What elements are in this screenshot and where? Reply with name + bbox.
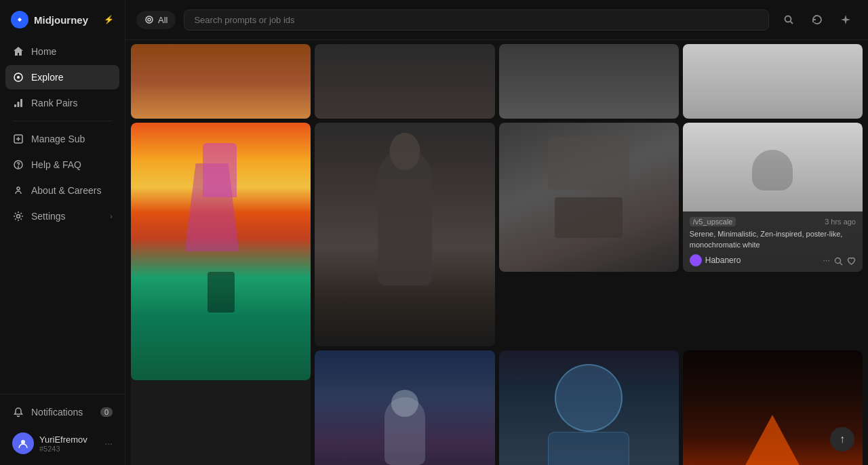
- item-info-card: /v5_upscale 3 hrs ago Serene, Minimalist…: [683, 211, 863, 272]
- filter-icon: [144, 15, 154, 24]
- info-actions: ···: [823, 255, 856, 265]
- filter-all-button[interactable]: All: [136, 11, 176, 29]
- svg-point-12: [146, 16, 153, 23]
- manage-sub-icon: [12, 133, 24, 145]
- app-name: Midjourney: [34, 14, 88, 26]
- sidebar-item-home[interactable]: Home: [5, 39, 119, 64]
- notifications-label: Notifications: [31, 407, 83, 418]
- svg-point-8: [18, 167, 19, 167]
- gallery-item-top1[interactable]: [131, 44, 311, 119]
- explore-icon: [12, 71, 24, 83]
- gallery-item-top3[interactable]: [499, 44, 679, 119]
- gallery-item-stone-face[interactable]: [499, 123, 679, 272]
- svg-point-11: [21, 440, 25, 444]
- sparkle-icon: [840, 14, 851, 25]
- sidebar-item-manage-sub[interactable]: Manage Sub: [5, 127, 119, 151]
- user-info: YuriEfremov #5243: [39, 434, 99, 453]
- sparkle-button[interactable]: [834, 8, 857, 31]
- sidebar-item-help-faq[interactable]: Help & FAQ: [5, 153, 119, 177]
- notifications-item[interactable]: Notifications 0: [5, 400, 119, 424]
- manage-sub-label: Manage Sub: [31, 134, 85, 144]
- info-command: /v5_upscale: [690, 217, 736, 226]
- sidebar-item-about-careers[interactable]: About & Careers: [5, 178, 119, 203]
- topbar: All: [125, 0, 868, 40]
- gallery-grid: /v5_upscale 3 hrs ago Serene, Minimalist…: [131, 44, 863, 465]
- user-profile[interactable]: YuriEfremov #5243 ···: [5, 427, 119, 460]
- info-time: 3 hrs ago: [825, 218, 856, 226]
- svg-point-9: [17, 187, 20, 190]
- avatar: [12, 432, 34, 454]
- gallery-container: /v5_upscale 3 hrs ago Serene, Minimalist…: [125, 40, 868, 465]
- search-button[interactable]: [777, 8, 800, 31]
- sidebar-item-rank-pairs[interactable]: Rank Pairs: [5, 91, 119, 115]
- help-icon: [12, 159, 24, 171]
- about-careers-label: About & Careers: [31, 185, 102, 196]
- about-icon: [12, 184, 24, 197]
- heart-icon[interactable]: [847, 255, 856, 265]
- rank-pairs-label: Rank Pairs: [31, 98, 77, 108]
- scroll-top-button[interactable]: ↑: [830, 427, 854, 451]
- home-label: Home: [31, 46, 56, 57]
- sidebar-item-settings[interactable]: Settings ›: [5, 204, 119, 228]
- svg-rect-3: [14, 104, 16, 107]
- gallery-item-astronaut[interactable]: [315, 350, 494, 465]
- home-icon: [12, 45, 24, 58]
- svg-point-15: [835, 258, 841, 263]
- sidebar-bottom: Notifications 0 YuriEfremov #5243 ···: [0, 394, 125, 465]
- help-faq-label: Help & FAQ: [31, 159, 81, 170]
- gallery-item-robot[interactable]: [499, 350, 679, 465]
- rank-icon: [12, 97, 24, 109]
- gallery-item-floating-island[interactable]: /v5_upscale 3 hrs ago Serene, Minimalist…: [683, 123, 863, 272]
- sidebar-item-explore[interactable]: Explore: [5, 65, 119, 89]
- info-user-avatar: [690, 254, 702, 266]
- notifications-badge: 0: [100, 407, 113, 417]
- filter-label: All: [158, 15, 167, 25]
- svg-point-10: [17, 215, 20, 218]
- main-content: All: [125, 0, 868, 465]
- more-dots-icon[interactable]: ···: [823, 255, 830, 265]
- refresh-button[interactable]: [806, 8, 829, 31]
- gallery-item-robe[interactable]: [315, 123, 494, 346]
- search-card-icon[interactable]: [834, 255, 843, 265]
- info-username: Habanero: [705, 256, 741, 265]
- user-more-icon[interactable]: ···: [104, 438, 113, 449]
- svg-point-14: [785, 16, 791, 22]
- info-user: Habanero: [690, 254, 741, 266]
- svg-point-13: [148, 18, 151, 21]
- sidebar: Midjourney ⚡ Home Explore: [0, 0, 125, 465]
- nav-divider-1: [12, 121, 113, 121]
- settings-icon: [12, 210, 24, 222]
- gallery-item-top4[interactable]: [683, 44, 863, 119]
- logo-icon: [11, 11, 28, 28]
- sidebar-nav: Home Explore Rank Pairs: [0, 37, 125, 394]
- search-input[interactable]: [184, 9, 769, 31]
- topbar-icons: [777, 8, 857, 31]
- settings-arrow-icon: ›: [110, 212, 113, 220]
- refresh-icon: [812, 14, 823, 25]
- sidebar-collapse-icon: ⚡: [104, 15, 114, 24]
- user-id: #5243: [39, 445, 99, 453]
- search-icon: [783, 14, 794, 25]
- bell-icon: [12, 406, 24, 418]
- app-logo[interactable]: Midjourney ⚡: [0, 0, 125, 37]
- svg-point-2: [17, 76, 20, 79]
- info-desc: Serene, Minimalistic, Zen-inspired, post…: [690, 229, 856, 250]
- settings-label: Settings: [31, 211, 66, 222]
- svg-rect-4: [18, 102, 20, 107]
- svg-rect-5: [20, 99, 22, 107]
- user-name: YuriEfremov: [39, 434, 99, 445]
- gallery-item-top2[interactable]: [315, 44, 494, 119]
- explore-label: Explore: [31, 72, 63, 83]
- gallery-item-landscape[interactable]: [131, 123, 311, 465]
